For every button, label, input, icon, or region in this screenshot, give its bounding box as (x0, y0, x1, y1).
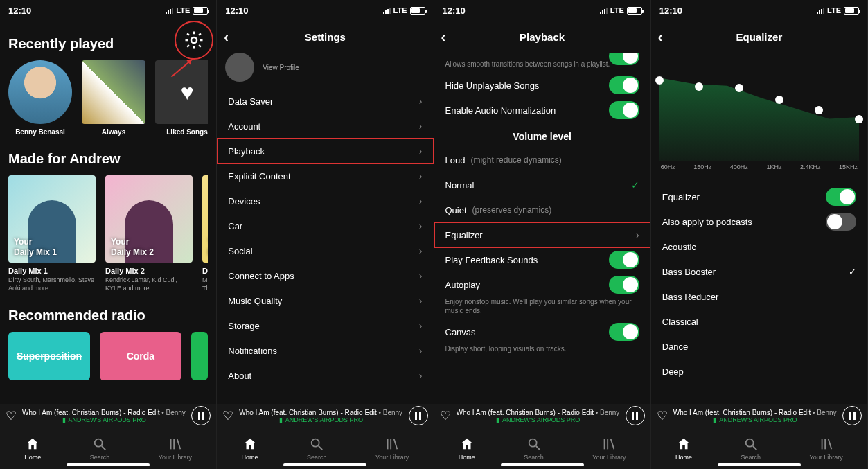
profile-row[interactable]: View Profile (217, 53, 433, 89)
equalizer-header: ‹ Equalizer (651, 21, 867, 53)
svg-line-5 (177, 439, 181, 449)
home-icon (459, 436, 475, 452)
daily-mix-card[interactable]: Your Daily Mix 2 Daily Mix 2 Kendrick La… (105, 175, 193, 292)
preset-acoustic[interactable]: Acoustic (651, 234, 867, 259)
heart-icon[interactable]: ♡ (440, 408, 451, 423)
eq-band-dot[interactable] (735, 84, 743, 92)
tab-library[interactable]: Your Library (375, 436, 409, 461)
recently-item[interactable]: Always (82, 60, 145, 136)
radio-card[interactable]: Superposition (8, 332, 90, 380)
preset-deep[interactable]: Deep (651, 359, 867, 384)
pause-button[interactable] (626, 406, 645, 425)
eq-band-dot[interactable] (775, 96, 783, 104)
settings-row-explicit-content[interactable]: Explicit Content› (217, 163, 433, 188)
crossfade-toggle-partial[interactable] (609, 53, 639, 65)
battery-icon (193, 7, 208, 15)
svg-point-11 (529, 439, 536, 446)
settings-row-car[interactable]: Car› (217, 213, 433, 238)
svg-line-7 (319, 445, 323, 450)
now-playing-bar[interactable]: ♡ Who I Am (feat. Christian Burns) - Rad… (217, 404, 433, 427)
avatar (225, 53, 254, 82)
clock: 12:10 (8, 6, 31, 16)
canvas-toggle[interactable] (609, 323, 639, 341)
now-playing-bar[interactable]: ♡ Who I Am (feat. Christian Burns) - Rad… (0, 404, 216, 427)
status-bar: 12:10 LTE (651, 0, 867, 21)
pause-button[interactable] (842, 406, 862, 425)
settings-row-notifications[interactable]: Notifications› (217, 338, 433, 363)
recently-item[interactable]: Benny Benassi (8, 60, 72, 136)
heart-icon[interactable]: ♡ (222, 408, 233, 423)
preset-bass-reducer[interactable]: Bass Reducer (651, 284, 867, 309)
equalizer-toggle[interactable] (826, 188, 856, 206)
hide-unplayable-toggle[interactable] (609, 76, 639, 94)
tab-search[interactable]: Search (90, 436, 110, 461)
page-title: Equalizer (736, 31, 783, 43)
chevron-right-icon: › (419, 170, 423, 182)
settings-row-music-quality[interactable]: Music Quality› (217, 288, 433, 313)
tab-search[interactable]: Search (307, 436, 327, 461)
tab-home[interactable]: Home (675, 436, 692, 461)
volume-option-loud[interactable]: Loud(might reduce dynamics) (434, 148, 650, 172)
settings-row-playback[interactable]: Playback› (217, 139, 433, 163)
normalize-toggle[interactable] (609, 101, 639, 119)
made-for-row[interactable]: Your Daily Mix 1 Daily Mix 1 Dirty South… (8, 175, 208, 292)
now-playing-bar[interactable]: ♡ Who I Am (feat. Christian Burns) - Rad… (434, 404, 650, 427)
now-playing-bar[interactable]: ♡ Who I Am (feat. Christian Burns) - Rad… (651, 404, 867, 427)
back-button[interactable]: ‹ (658, 29, 663, 45)
pause-button[interactable] (409, 406, 428, 425)
chevron-right-icon: › (419, 345, 423, 356)
settings-row-connect-to-apps[interactable]: Connect to Apps› (217, 263, 433, 288)
chevron-right-icon: › (419, 320, 423, 331)
settings-row-about[interactable]: About› (217, 363, 433, 388)
autoplay-toggle[interactable] (609, 276, 639, 294)
preset-bass-booster[interactable]: Bass Booster✓ (651, 259, 867, 284)
tab-home[interactable]: Home (459, 436, 475, 461)
heart-icon[interactable]: ♡ (6, 408, 17, 423)
tab-search[interactable]: Search (524, 436, 544, 461)
eq-band-dot[interactable] (695, 82, 703, 91)
radio-card[interactable]: Corda (100, 332, 181, 380)
daily-mix-card[interactable]: Your Daily Mix 1 Daily Mix 1 Dirty South… (8, 175, 96, 292)
chevron-right-icon: › (419, 220, 423, 231)
signal-icon (383, 8, 391, 14)
svg-line-10 (394, 439, 398, 449)
volume-option-quiet[interactable]: Quiet(preserves dynamics) (434, 197, 650, 222)
eq-band-dot[interactable] (815, 106, 823, 114)
svg-line-12 (535, 445, 540, 450)
equalizer-row[interactable]: Equalizer › (434, 222, 650, 247)
signal-icon (166, 8, 173, 14)
radio-card-partial[interactable] (191, 332, 208, 380)
tab-library[interactable]: Your Library (159, 436, 192, 461)
chevron-right-icon: › (419, 270, 423, 281)
settings-row-devices[interactable]: Devices› (217, 188, 433, 213)
page-title: Settings (305, 31, 346, 43)
tab-library[interactable]: Your Library (592, 436, 626, 461)
settings-row-data-saver[interactable]: Data Saver› (217, 89, 433, 114)
eq-band-dot[interactable] (655, 76, 664, 85)
eq-band-dot[interactable] (855, 115, 863, 123)
gear-icon[interactable] (184, 30, 204, 51)
recommended-radio-row[interactable]: Superposition Corda (8, 332, 208, 380)
chevron-right-icon: › (419, 295, 423, 306)
settings-row-account[interactable]: Account› (217, 114, 433, 139)
feedback-toggle[interactable] (609, 251, 639, 269)
equalizer-graph[interactable] (659, 57, 859, 161)
daily-mix-card-partial[interactable]: Y D Daily Mum The S (202, 175, 208, 292)
settings-row-storage[interactable]: Storage› (217, 313, 433, 338)
podcasts-toggle[interactable] (826, 213, 856, 231)
settings-row-social[interactable]: Social› (217, 238, 433, 263)
preset-classical[interactable]: Classical (651, 309, 867, 334)
preset-dance[interactable]: Dance (651, 334, 867, 359)
pause-button[interactable] (191, 406, 211, 425)
tab-library[interactable]: Your Library (810, 436, 843, 461)
tab-home[interactable]: Home (24, 436, 41, 461)
podcasts-toggle-row: Also apply to podcasts (651, 209, 867, 234)
back-button[interactable]: ‹ (224, 29, 229, 45)
heart-icon[interactable]: ♡ (657, 408, 668, 423)
volume-option-normal[interactable]: Normal✓ (434, 172, 650, 197)
back-button[interactable]: ‹ (441, 29, 446, 45)
battery-icon (844, 7, 859, 15)
library-icon (168, 436, 183, 452)
tab-home[interactable]: Home (242, 436, 258, 461)
tab-search[interactable]: Search (741, 436, 761, 461)
